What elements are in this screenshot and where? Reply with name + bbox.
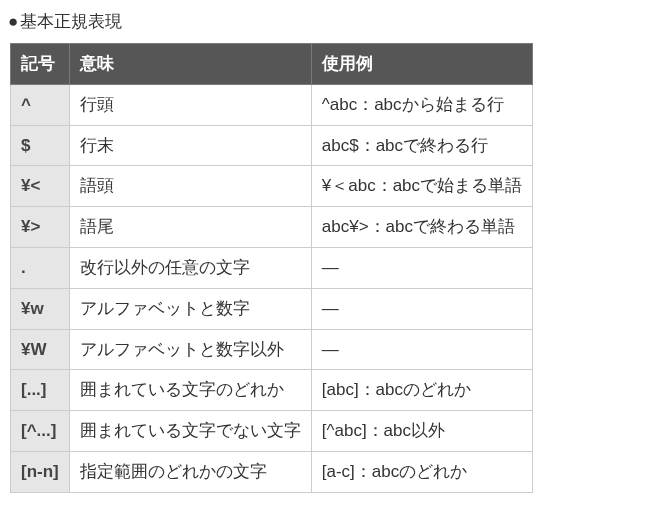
cell-symbol: [n-n]: [11, 451, 70, 492]
table-row: ¥w アルファベットと数字 ―: [11, 288, 533, 329]
table-row: . 改行以外の任意の文字 ―: [11, 247, 533, 288]
table-row: ^ 行頭 ^abc：abcから始まる行: [11, 84, 533, 125]
regex-table: 記号 意味 使用例 ^ 行頭 ^abc：abcから始まる行 $ 行末 abc$：…: [10, 43, 533, 493]
th-meaning: 意味: [69, 44, 311, 85]
cell-symbol: ¥w: [11, 288, 70, 329]
cell-meaning: 行頭: [69, 84, 311, 125]
bullet-icon: ●: [8, 12, 18, 32]
cell-meaning: 語尾: [69, 207, 311, 248]
cell-meaning: 改行以外の任意の文字: [69, 247, 311, 288]
th-example: 使用例: [311, 44, 532, 85]
cell-example: ¥＜abc：abcで始まる単語: [311, 166, 532, 207]
section-title: ● 基本正規表現: [8, 10, 657, 33]
cell-meaning: 囲まれている文字のどれか: [69, 370, 311, 411]
cell-symbol: [...]: [11, 370, 70, 411]
section-title-text: 基本正規表現: [20, 10, 122, 33]
cell-meaning: 囲まれている文字でない文字: [69, 411, 311, 452]
cell-meaning: アルファベットと数字以外: [69, 329, 311, 370]
cell-meaning: アルファベットと数字: [69, 288, 311, 329]
cell-example: ―: [311, 247, 532, 288]
cell-example: ―: [311, 288, 532, 329]
cell-example: abc¥>：abcで終わる単語: [311, 207, 532, 248]
cell-example: ―: [311, 329, 532, 370]
th-symbol: 記号: [11, 44, 70, 85]
table-row: [n-n] 指定範囲のどれかの文字 [a-c]：abcのどれか: [11, 451, 533, 492]
cell-meaning: 指定範囲のどれかの文字: [69, 451, 311, 492]
table-row: $ 行末 abc$：abcで終わる行: [11, 125, 533, 166]
table-row: ¥< 語頭 ¥＜abc：abcで始まる単語: [11, 166, 533, 207]
cell-symbol: [^...]: [11, 411, 70, 452]
cell-symbol: ¥>: [11, 207, 70, 248]
cell-symbol: .: [11, 247, 70, 288]
page-root: ● 基本正規表現 記号 意味 使用例 ^ 行頭 ^abc：abcから始まる行 $…: [0, 0, 665, 513]
cell-symbol: ¥<: [11, 166, 70, 207]
cell-symbol: ¥W: [11, 329, 70, 370]
table-header-row: 記号 意味 使用例: [11, 44, 533, 85]
table-row: ¥> 語尾 abc¥>：abcで終わる単語: [11, 207, 533, 248]
cell-meaning: 語頭: [69, 166, 311, 207]
cell-symbol: ^: [11, 84, 70, 125]
cell-example: [^abc]：abc以外: [311, 411, 532, 452]
cell-example: ^abc：abcから始まる行: [311, 84, 532, 125]
cell-example: abc$：abcで終わる行: [311, 125, 532, 166]
table-row: [^...] 囲まれている文字でない文字 [^abc]：abc以外: [11, 411, 533, 452]
table-row: ¥W アルファベットと数字以外 ―: [11, 329, 533, 370]
cell-meaning: 行末: [69, 125, 311, 166]
table-row: [...] 囲まれている文字のどれか [abc]：abcのどれか: [11, 370, 533, 411]
cell-example: [a-c]：abcのどれか: [311, 451, 532, 492]
cell-symbol: $: [11, 125, 70, 166]
cell-example: [abc]：abcのどれか: [311, 370, 532, 411]
